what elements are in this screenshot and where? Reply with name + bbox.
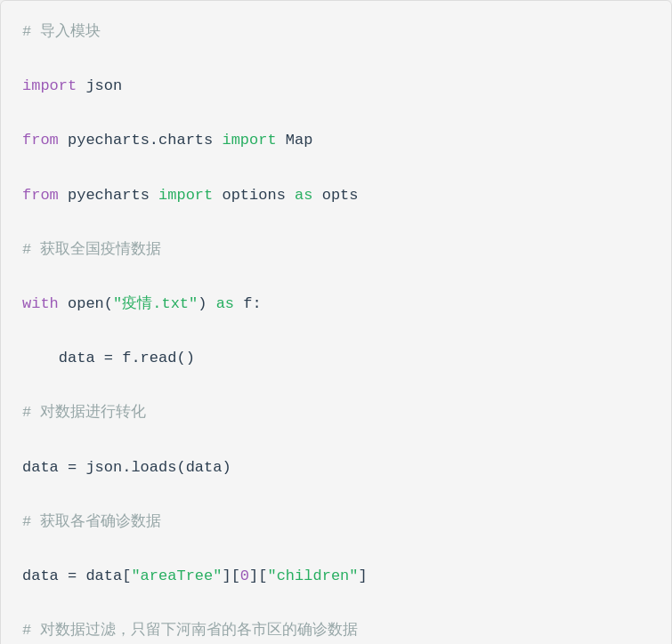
token: as <box>295 187 312 204</box>
token: "children" <box>267 568 358 584</box>
token: import <box>222 132 276 149</box>
code-line: # 导入模块 <box>22 19 650 46</box>
token: as <box>216 295 234 312</box>
code-line <box>22 373 650 400</box>
token: ][ <box>222 568 239 584</box>
token: options <box>213 187 295 204</box>
token: ][ <box>249 568 267 584</box>
code-line <box>22 155 650 182</box>
code-line <box>22 590 650 617</box>
code-line: data = f.read() <box>22 345 650 373</box>
code-line <box>22 101 650 128</box>
code-line: import json <box>22 73 650 101</box>
token: pyecharts.charts <box>59 132 223 149</box>
token: 0 <box>240 568 249 584</box>
token: from <box>22 132 59 149</box>
token: with <box>22 295 59 312</box>
code-line: with open("疫情.txt") as f: <box>22 291 650 318</box>
code-line <box>22 481 650 509</box>
token: f: <box>234 295 262 312</box>
code-line <box>22 535 650 563</box>
code-line <box>22 263 650 291</box>
token: pyecharts <box>59 187 158 204</box>
code-block: # 导入模块 import json from pyecharts.charts… <box>0 0 672 644</box>
code-line: data = data["areaTree"][0]["children"] <box>22 563 650 591</box>
token: import <box>158 187 213 204</box>
token: "areaTree" <box>131 568 222 584</box>
code-lines: # 导入模块 import json from pyecharts.charts… <box>22 19 650 644</box>
token: data = f.read() <box>22 350 195 366</box>
token: data = data[ <box>22 568 131 584</box>
code-line <box>22 209 650 237</box>
code-line <box>22 318 650 346</box>
token: data = json.loads(data) <box>22 459 231 476</box>
token: from <box>22 187 59 204</box>
token: json <box>77 77 122 94</box>
code-line <box>22 427 650 455</box>
token: open( <box>59 295 113 312</box>
code-line: # 对数据过滤，只留下河南省的各市区的确诊数据 <box>22 617 650 644</box>
token: # 对数据进行转化 <box>22 404 146 421</box>
token: # 获取全国疫情数据 <box>22 241 161 258</box>
token: ] <box>359 568 368 584</box>
code-line: data = json.loads(data) <box>22 455 650 482</box>
token: # 导入模块 <box>22 23 101 40</box>
code-line <box>22 46 650 74</box>
token: # 获取各省确诊数据 <box>22 513 161 530</box>
token: import <box>22 77 77 94</box>
code-line: # 获取各省确诊数据 <box>22 509 650 536</box>
token: opts <box>312 187 358 204</box>
token: # 对数据过滤，只留下河南省的各市区的确诊数据 <box>22 622 358 639</box>
code-line: # 获取全国疫情数据 <box>22 237 650 264</box>
token: ) <box>198 295 215 312</box>
code-line: from pyecharts import options as opts <box>22 182 650 210</box>
code-line: from pyecharts.charts import Map <box>22 127 650 155</box>
token: Map <box>277 132 313 149</box>
token: "疫情.txt" <box>113 295 198 312</box>
code-line: # 对数据进行转化 <box>22 399 650 427</box>
